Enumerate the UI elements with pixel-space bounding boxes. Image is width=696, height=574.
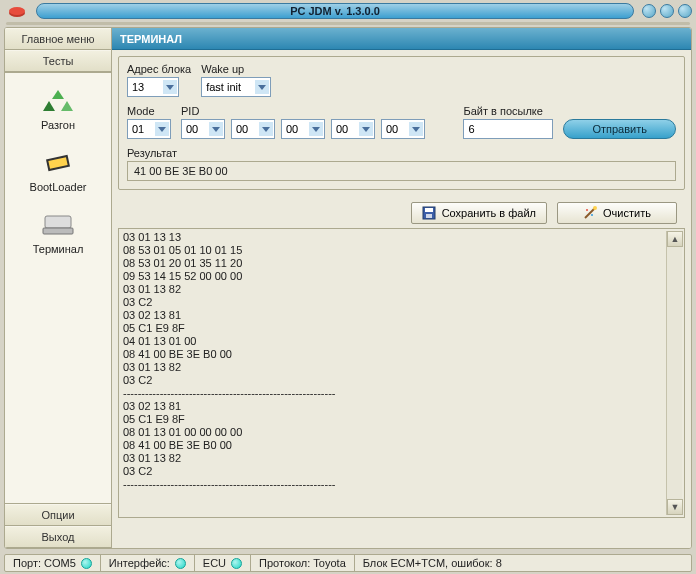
- recycle-icon: [38, 85, 78, 117]
- bytes-input[interactable]: [463, 119, 553, 139]
- wakeup-select[interactable]: fast init: [201, 77, 271, 97]
- sidebar-options[interactable]: Опции: [5, 504, 111, 526]
- status-ecu-text: ECU: [203, 557, 226, 569]
- status-protocol-text: Протокол: Toyota: [259, 557, 346, 569]
- sidebar-item-razgon[interactable]: Разгон: [5, 81, 111, 137]
- command-panel: Адрес блока 13 Wake up fast init Mode 01…: [118, 56, 685, 190]
- address-label: Адрес блока: [127, 63, 191, 75]
- log-text[interactable]: 03 01 13 13 08 53 01 05 01 10 01 15 08 5…: [123, 231, 666, 515]
- pid-select-2[interactable]: 00: [281, 119, 325, 139]
- app-icon: [4, 3, 30, 19]
- status-port-text: Порт: COM5: [13, 557, 76, 569]
- status-block-text: Блок ECM+TCM, ошибок: 8: [363, 557, 502, 569]
- wand-icon: [583, 206, 597, 220]
- send-button[interactable]: Отправить: [563, 119, 676, 139]
- sidebar: Главное меню Тесты Разгон BootLoader Тер…: [5, 28, 112, 548]
- titlebar: PC JDM v. 1.3.0.0: [0, 0, 696, 22]
- app-body: Главное меню Тесты Разгон BootLoader Тер…: [4, 27, 692, 549]
- status-block: Блок ECM+TCM, ошибок: 8: [355, 555, 691, 571]
- sidebar-main-menu[interactable]: Главное меню: [5, 28, 111, 50]
- sidebar-item-label: Разгон: [41, 119, 75, 131]
- svg-point-11: [586, 209, 588, 211]
- mode-select[interactable]: 01: [127, 119, 171, 139]
- status-bar: Порт: COM5 Интерфейс: ECU Протокол: Toyo…: [4, 554, 692, 572]
- sidebar-item-label: Терминал: [33, 243, 84, 255]
- svg-rect-5: [43, 228, 73, 234]
- bytes-label: Байт в посылке: [463, 105, 553, 117]
- svg-rect-7: [425, 208, 433, 212]
- window-controls: [642, 4, 692, 18]
- pid-select-4[interactable]: 00: [381, 119, 425, 139]
- led-icon: [81, 558, 92, 569]
- content-title: ТЕРМИНАЛ: [120, 33, 182, 45]
- close-button[interactable]: [678, 4, 692, 18]
- scroll-up-icon[interactable]: ▲: [667, 231, 683, 247]
- minimize-button[interactable]: [642, 4, 656, 18]
- status-port: Порт: COM5: [5, 555, 101, 571]
- pid-select-0[interactable]: 00: [181, 119, 225, 139]
- log-toolbar: Сохранить в файл Очистить: [112, 196, 691, 228]
- pid-label: PID: [181, 105, 425, 117]
- scroll-down-icon[interactable]: ▼: [667, 499, 683, 515]
- maximize-button[interactable]: [660, 4, 674, 18]
- led-icon: [175, 558, 186, 569]
- sidebar-tests[interactable]: Тесты: [5, 50, 111, 72]
- content-header: ТЕРМИНАЛ: [112, 28, 691, 50]
- status-interface-text: Интерфейс:: [109, 557, 170, 569]
- log-panel: 03 01 13 13 08 53 01 05 01 10 01 15 08 5…: [118, 228, 685, 518]
- result-value: 41 00 BE 3E B0 00: [127, 161, 676, 181]
- titlebar-divider: [6, 22, 690, 25]
- window-title-text: PC JDM v. 1.3.0.0: [290, 5, 380, 17]
- sidebar-item-terminal[interactable]: Терминал: [5, 205, 111, 261]
- pid-select-1[interactable]: 00: [231, 119, 275, 139]
- chip-icon: [38, 147, 78, 179]
- sidebar-exit[interactable]: Выход: [5, 526, 111, 548]
- clear-button-label: Очистить: [603, 207, 651, 219]
- pid-select-3[interactable]: 00: [331, 119, 375, 139]
- sidebar-items: Разгон BootLoader Терминал: [5, 72, 111, 504]
- svg-point-10: [593, 206, 597, 210]
- status-protocol: Протокол: Toyota: [251, 555, 355, 571]
- save-button-label: Сохранить в файл: [442, 207, 536, 219]
- svg-rect-8: [426, 214, 432, 218]
- clear-button[interactable]: Очистить: [557, 202, 677, 224]
- floppy-icon: [422, 206, 436, 220]
- mode-label: Mode: [127, 105, 171, 117]
- sidebar-item-label: BootLoader: [30, 181, 87, 193]
- wakeup-label: Wake up: [201, 63, 271, 75]
- status-interface: Интерфейс:: [101, 555, 195, 571]
- svg-point-1: [9, 7, 25, 15]
- svg-point-12: [591, 214, 593, 216]
- svg-rect-4: [45, 216, 71, 228]
- content: ТЕРМИНАЛ Адрес блока 13 Wake up fast ini…: [112, 28, 691, 548]
- terminal-device-icon: [38, 209, 78, 241]
- led-icon: [231, 558, 242, 569]
- log-scrollbar[interactable]: ▲ ▼: [666, 231, 682, 515]
- result-label: Результат: [127, 147, 676, 159]
- address-select[interactable]: 13: [127, 77, 179, 97]
- window-title: PC JDM v. 1.3.0.0: [36, 3, 634, 19]
- save-to-file-button[interactable]: Сохранить в файл: [411, 202, 547, 224]
- status-ecu: ECU: [195, 555, 251, 571]
- sidebar-item-bootloader[interactable]: BootLoader: [5, 143, 111, 199]
